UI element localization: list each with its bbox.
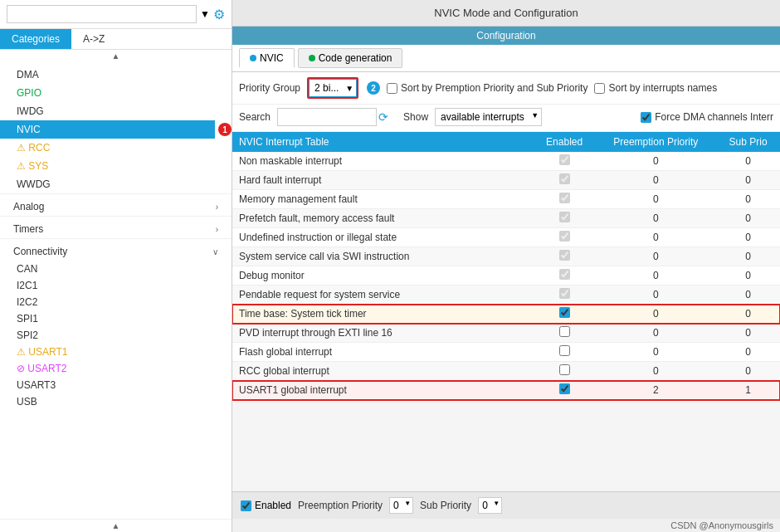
- table-row: PVD interrupt through EXTI line 16 0 0: [232, 324, 780, 343]
- show-select[interactable]: available interrupts all interrupts: [435, 108, 542, 126]
- col-header-enabled: Enabled: [534, 132, 595, 152]
- tab-nvic[interactable]: NVIC: [239, 48, 295, 68]
- sidebar-item-i2c2[interactable]: I2C2: [0, 294, 232, 310]
- interrupt-name: Non maskable interrupt: [232, 152, 534, 171]
- sort-names-checkbox[interactable]: [594, 83, 605, 94]
- sidebar-item-can[interactable]: CAN: [0, 261, 232, 277]
- sub-cell: 0: [716, 171, 780, 190]
- show-label: Show: [403, 111, 428, 123]
- analog-arrow-icon: ›: [216, 203, 218, 212]
- interrupt-name: PVD interrupt through EXTI line 16: [232, 324, 534, 343]
- search-field[interactable]: [277, 108, 377, 126]
- options-row: Priority Group 2 bi... 0 bits 1 bit 3 bi…: [232, 72, 780, 105]
- sidebar-item-dma[interactable]: DMA: [0, 66, 232, 84]
- enabled-checkbox[interactable]: [559, 326, 570, 337]
- force-dma-checkbox[interactable]: [641, 112, 651, 123]
- table-row: System service call via SWI instruction …: [232, 247, 780, 266]
- sidebar-item-spi2[interactable]: SPI2: [0, 327, 232, 344]
- watermark: CSDN @Anonymousgirls: [232, 519, 780, 532]
- sidebar-item-usb[interactable]: USB: [0, 393, 232, 410]
- enabled-cell: [534, 362, 595, 381]
- interrupt-name: Undefined instruction or illegal state: [232, 228, 534, 247]
- sidebar-item-nvic[interactable]: NVIC: [0, 120, 215, 139]
- enabled-checkbox[interactable]: [559, 345, 570, 356]
- enabled-checkbox: [559, 250, 570, 261]
- sub-cell: 1: [716, 381, 780, 400]
- sub-cell: 0: [716, 247, 780, 266]
- connectivity-label: Connectivity: [13, 246, 67, 257]
- preemption-cell: 0: [595, 266, 716, 286]
- sidebar-item-usart2[interactable]: USART2: [0, 360, 232, 377]
- gear-icon[interactable]: ⚙: [213, 7, 225, 22]
- sidebar-search-bar: ▼ ⚙: [0, 0, 232, 29]
- timers-arrow-icon: ›: [216, 225, 218, 234]
- enabled-checkbox: [559, 212, 570, 222]
- enabled-cell: [534, 190, 595, 209]
- interrupt-name: Pendable request for system service: [232, 286, 534, 305]
- sidebar: ▼ ⚙ Categories A->Z ▲ DMA GPIO IWDG NVIC…: [0, 0, 232, 532]
- sub-cell: 0: [716, 343, 780, 362]
- priority-group-select-wrapper: 2 bi... 0 bits 1 bit 3 bits 4 bits ▼: [307, 77, 358, 99]
- scroll-up-btn[interactable]: ▲: [0, 50, 232, 62]
- sidebar-tabs: Categories A->Z: [0, 29, 232, 50]
- interrupt-name: Prefetch fault, memory access fault: [232, 209, 534, 228]
- connectivity-arrow-icon: ∨: [212, 247, 218, 256]
- table-row: Non maskable interrupt 0 0: [232, 152, 780, 171]
- preemption-cell: 0: [595, 343, 716, 362]
- sub-cell: 0: [716, 362, 780, 381]
- code-gen-dot-icon: [309, 55, 315, 61]
- enabled-cell: [534, 152, 595, 171]
- sidebar-item-wwdg[interactable]: WWDG: [0, 175, 232, 193]
- nvic-dot-icon: [250, 55, 256, 61]
- bottom-preemption-label: Preemption Priority: [298, 500, 383, 511]
- sidebar-item-sys[interactable]: SYS: [0, 157, 232, 175]
- sidebar-category-timers[interactable]: Timers ›: [0, 216, 232, 238]
- table-row-usart1: USART1 global interrupt 2 1: [232, 381, 780, 400]
- enabled-checkbox[interactable]: [559, 307, 570, 318]
- priority-group-label: Priority Group: [239, 82, 300, 94]
- config-header: Configuration: [232, 27, 780, 45]
- interrupt-name: Memory management fault: [232, 190, 534, 209]
- tab-code-generation[interactable]: Code generation: [298, 48, 403, 68]
- bottom-enabled-checkbox[interactable]: [241, 500, 251, 511]
- search-input-wrap: ⟳: [277, 108, 388, 126]
- tab-a-z[interactable]: A->Z: [71, 29, 116, 49]
- nvic-row: NVIC 1: [0, 120, 232, 139]
- priority-group-select[interactable]: 2 bi... 0 bits 1 bit 3 bits 4 bits: [309, 79, 357, 97]
- col-header-name: NVIC Interrupt Table: [232, 132, 534, 152]
- sidebar-item-spi1[interactable]: SPI1: [0, 310, 232, 327]
- table-row: Memory management fault 0 0: [232, 190, 780, 209]
- enabled-checkbox[interactable]: [559, 383, 570, 394]
- sidebar-item-i2c1[interactable]: I2C1: [0, 277, 232, 294]
- enabled-cell: [534, 266, 595, 286]
- bottom-enabled-label: Enabled: [255, 500, 291, 511]
- show-select-wrap: available interrupts all interrupts ▼: [435, 108, 542, 126]
- sidebar-item-rcc[interactable]: RCC: [0, 139, 232, 157]
- sort-names-label[interactable]: Sort by interrupts names: [594, 82, 717, 94]
- search-input[interactable]: [7, 5, 197, 23]
- search-icon[interactable]: ⟳: [378, 110, 388, 124]
- bottom-preemption-select-wrap: 0123: [389, 497, 413, 514]
- bottom-sub-label: Sub Priority: [420, 500, 471, 511]
- bottom-preemption-select[interactable]: 0123: [389, 497, 413, 514]
- bottom-enabled: Enabled: [241, 500, 291, 511]
- sort-premption-checkbox[interactable]: [387, 83, 397, 94]
- sidebar-item-gpio[interactable]: GPIO: [0, 84, 232, 102]
- sort-premption-label[interactable]: Sort by Premption Priority and Sub Prior…: [387, 82, 587, 94]
- sidebar-item-iwdg[interactable]: IWDG: [0, 102, 232, 120]
- analog-label: Analog: [13, 201, 44, 212]
- sidebar-category-analog[interactable]: Analog ›: [0, 193, 232, 216]
- sub-cell: 0: [716, 286, 780, 305]
- col-header-preemption: Preemption Priority: [595, 132, 716, 152]
- enabled-checkbox: [559, 173, 570, 184]
- tab-categories[interactable]: Categories: [0, 29, 71, 49]
- enabled-cell: [534, 381, 595, 400]
- sidebar-category-connectivity[interactable]: Connectivity ∨: [0, 238, 232, 261]
- scroll-down-btn[interactable]: ▲: [0, 519, 232, 532]
- sidebar-item-usart1[interactable]: USART1: [0, 344, 232, 360]
- search-label: Search: [239, 111, 271, 123]
- enabled-checkbox[interactable]: [559, 364, 570, 375]
- nvic-tab-label: NVIC: [260, 52, 284, 64]
- sidebar-item-usart3[interactable]: USART3: [0, 377, 232, 393]
- bottom-sub-select[interactable]: 0123: [478, 497, 502, 514]
